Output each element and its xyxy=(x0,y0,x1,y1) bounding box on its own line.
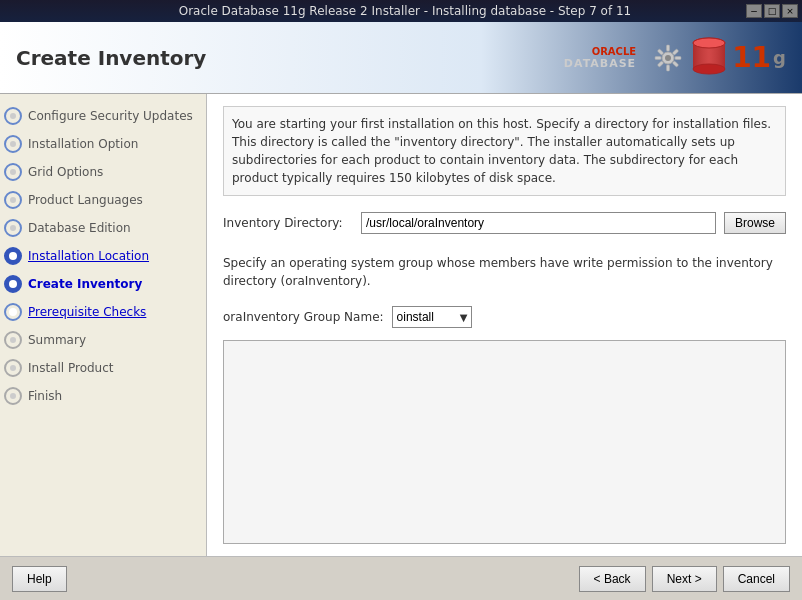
svg-point-13 xyxy=(693,64,725,74)
main-panel: You are starting your first installation… xyxy=(207,94,802,556)
sidebar-label-summary: Summary xyxy=(28,333,86,347)
maximize-button[interactable]: □ xyxy=(764,4,780,18)
version-suffix: g xyxy=(773,47,786,68)
version-area: 11 g xyxy=(652,35,786,80)
step-indicator-languages xyxy=(4,191,22,209)
step-dot xyxy=(10,197,16,203)
svg-rect-3 xyxy=(667,65,670,71)
sidebar-label-installation-option: Installation Option xyxy=(28,137,138,151)
main-window: Create Inventory ORACLE DATABASE xyxy=(0,22,802,600)
sidebar-item-database-edition: Database Edition xyxy=(0,214,206,242)
database-label: DATABASE xyxy=(564,57,636,70)
step-dot xyxy=(10,113,16,119)
step-indicator-summary xyxy=(4,331,22,349)
svg-point-1 xyxy=(665,55,671,61)
sidebar-item-product-languages: Product Languages xyxy=(0,186,206,214)
step-dot xyxy=(10,169,16,175)
step-indicator-finish xyxy=(4,387,22,405)
sidebar-item-create-inventory[interactable]: Create Inventory xyxy=(0,270,206,298)
content-area: Configure Security Updates Installation … xyxy=(0,94,802,556)
step-indicator-prereq xyxy=(4,303,22,321)
sidebar-item-summary: Summary xyxy=(0,326,206,354)
step-indicator-install-loc xyxy=(4,247,22,265)
inventory-directory-label: Inventory Directory: xyxy=(223,216,353,230)
group-name-select-wrapper: oinstall dba oper ▼ xyxy=(392,306,472,328)
step-dot xyxy=(10,365,16,371)
sidebar-label-installation-location: Installation Location xyxy=(28,249,149,263)
db-cylinder-icon xyxy=(690,35,728,80)
svg-rect-9 xyxy=(672,60,678,66)
step-indicator-db-edition xyxy=(4,219,22,237)
sidebar-label-product-languages: Product Languages xyxy=(28,193,143,207)
sidebar: Configure Security Updates Installation … xyxy=(0,94,207,556)
svg-rect-4 xyxy=(655,56,661,59)
step-dot xyxy=(10,393,16,399)
svg-rect-7 xyxy=(672,48,678,54)
step-dot xyxy=(10,225,16,231)
sidebar-item-installation-location[interactable]: Installation Location xyxy=(0,242,206,270)
sidebar-item-finish: Finish xyxy=(0,382,206,410)
next-button[interactable]: Next > xyxy=(652,566,717,592)
sidebar-item-install-product: Install Product xyxy=(0,354,206,382)
svg-rect-5 xyxy=(675,56,681,59)
step-dot xyxy=(9,252,17,260)
gear-icon-large xyxy=(652,42,684,74)
group-name-label: oraInventory Group Name: xyxy=(223,310,384,324)
close-button[interactable]: × xyxy=(782,4,798,18)
inventory-directory-input[interactable] xyxy=(361,212,716,234)
bottom-bar: Help < Back Next > Cancel xyxy=(0,556,802,600)
back-button[interactable]: < Back xyxy=(579,566,646,592)
group-name-row: oraInventory Group Name: oinstall dba op… xyxy=(223,306,786,328)
step-dot xyxy=(10,337,16,343)
bottom-right-buttons: < Back Next > Cancel xyxy=(579,566,790,592)
step-indicator-configure xyxy=(4,107,22,125)
sidebar-label-create-inventory: Create Inventory xyxy=(28,277,142,291)
svg-point-14 xyxy=(693,38,725,48)
svg-rect-6 xyxy=(657,48,663,54)
title-bar: Oracle Database 11g Release 2 Installer … xyxy=(0,0,802,22)
sidebar-label-install-product: Install Product xyxy=(28,361,114,375)
step-indicator-installation-option xyxy=(4,135,22,153)
sidebar-item-grid-options: Grid Options xyxy=(0,158,206,186)
sidebar-label-configure-security: Configure Security Updates xyxy=(28,109,193,123)
sidebar-label-finish: Finish xyxy=(28,389,62,403)
step-indicator-create-inv xyxy=(4,275,22,293)
minimize-button[interactable]: − xyxy=(746,4,762,18)
window-controls[interactable]: − □ × xyxy=(746,4,798,18)
svg-rect-8 xyxy=(657,60,663,66)
step-dot xyxy=(10,141,16,147)
step-indicator-install-product xyxy=(4,359,22,377)
version-number: 11 xyxy=(732,41,771,74)
oracle-text: ORACLE xyxy=(592,46,636,57)
sidebar-item-installation-option: Installation Option xyxy=(0,130,206,158)
page-title: Create Inventory xyxy=(16,46,206,70)
svg-rect-2 xyxy=(667,45,670,51)
sidebar-label-prerequisite-checks: Prerequisite Checks xyxy=(28,305,146,319)
cancel-button[interactable]: Cancel xyxy=(723,566,790,592)
oracle-logo: ORACLE DATABASE xyxy=(564,35,786,80)
sidebar-item-configure-security: Configure Security Updates xyxy=(0,102,206,130)
title-bar-text: Oracle Database 11g Release 2 Installer … xyxy=(64,4,746,18)
sidebar-label-grid-options: Grid Options xyxy=(28,165,103,179)
inventory-directory-row: Inventory Directory: Browse xyxy=(223,212,786,234)
header-area: Create Inventory ORACLE DATABASE xyxy=(0,22,802,94)
log-area xyxy=(223,340,786,544)
group-name-select[interactable]: oinstall dba oper xyxy=(392,306,472,328)
description-text: You are starting your first installation… xyxy=(223,106,786,196)
bottom-left-buttons: Help xyxy=(12,566,67,592)
sidebar-item-prerequisite-checks[interactable]: Prerequisite Checks xyxy=(0,298,206,326)
step-dot xyxy=(9,308,17,316)
sidebar-label-database-edition: Database Edition xyxy=(28,221,131,235)
step-dot xyxy=(9,280,17,288)
help-button[interactable]: Help xyxy=(12,566,67,592)
browse-button[interactable]: Browse xyxy=(724,212,786,234)
group-description-text: Specify an operating system group whose … xyxy=(223,254,786,290)
step-indicator-grid xyxy=(4,163,22,181)
